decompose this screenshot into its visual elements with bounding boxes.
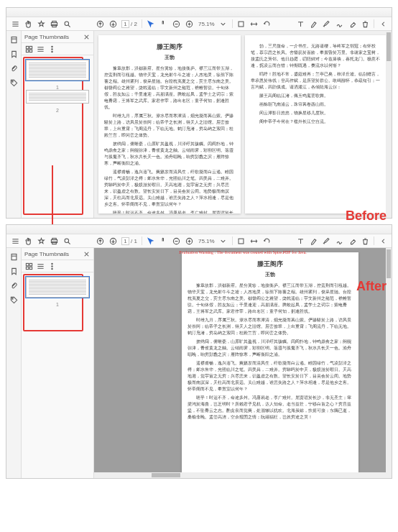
rotate-icon[interactable] [263, 237, 272, 245]
hand-icon[interactable] [24, 19, 32, 28]
svg-rect-11 [26, 46, 28, 48]
svg-rect-32 [29, 267, 32, 269]
attachments-tab-icon[interactable] [9, 64, 18, 73]
list-icon[interactable] [36, 45, 45, 53]
search-icon[interactable] [63, 237, 71, 245]
svg-rect-26 [239, 239, 244, 244]
doc-title: 滕王阁序 [104, 42, 235, 52]
svg-point-15 [51, 46, 52, 47]
window-titlebar [6, 8, 392, 17]
fit-page-icon[interactable] [237, 19, 246, 28]
thumbnail-1[interactable] [26, 60, 89, 81]
next-page-icon[interactable] [108, 19, 117, 28]
trash-icon[interactable] [361, 19, 369, 28]
text-tool-icon[interactable] [296, 19, 305, 28]
label-before: Before [346, 208, 387, 224]
vscroll[interactable] [386, 31, 392, 218]
zoom-level[interactable]: 75.1% [198, 21, 215, 27]
prev-page-icon[interactable] [96, 237, 104, 245]
zoom-out-icon[interactable] [172, 19, 181, 28]
zoom-out-icon[interactable] [172, 237, 181, 245]
highlight-icon[interactable] [309, 237, 318, 245]
page-total: / 2 [131, 21, 137, 27]
thumbnail-2[interactable] [26, 90, 89, 104]
sign-icon[interactable] [335, 237, 343, 245]
zoom-level[interactable]: 75.1% [198, 238, 215, 244]
pen-icon[interactable] [322, 237, 330, 245]
thumb-1-num: 1 [26, 302, 89, 307]
list-icon[interactable] [36, 262, 45, 270]
cursor-icon[interactable] [147, 237, 155, 245]
svg-rect-12 [29, 46, 32, 48]
bookmarks-tab-icon[interactable] [9, 50, 18, 58]
close-icon[interactable] [82, 32, 91, 41]
bookmarks-tab-icon[interactable] [9, 267, 18, 275]
thumbnails-panel: Page Thumbnails 1 [22, 248, 94, 478]
star-icon[interactable] [37, 237, 45, 245]
thumbnail-1[interactable] [26, 277, 89, 298]
print-icon[interactable] [50, 19, 58, 28]
doc-author: 王勃 [188, 271, 353, 279]
svg-rect-29 [26, 263, 28, 265]
fit-width-icon[interactable] [250, 19, 259, 28]
doc-author: 王勃 [104, 54, 235, 62]
erase-icon[interactable] [348, 19, 356, 28]
thumbnails-tab-icon[interactable] [9, 252, 18, 261]
more-icon[interactable] [379, 237, 387, 245]
sign-icon[interactable] [335, 19, 343, 28]
hand-icon[interactable] [24, 237, 32, 245]
thumbnails-tab-icon[interactable] [9, 35, 18, 44]
rotate-icon[interactable] [263, 19, 272, 28]
close-icon[interactable] [82, 249, 91, 258]
page-current[interactable]: 1 [121, 20, 129, 28]
menu-icon[interactable] [11, 237, 19, 245]
tags-tab-icon[interactable] [9, 295, 18, 304]
main-toolbar: 1 / 1 75.1% [6, 234, 392, 248]
label-after: After [356, 279, 387, 294]
options-icon[interactable] [47, 262, 56, 270]
svg-rect-27 [11, 254, 17, 260]
chevron-down-icon[interactable] [219, 237, 228, 245]
grid-icon[interactable] [24, 262, 33, 270]
hand-tool-icon[interactable] [159, 19, 168, 28]
hand-tool-icon[interactable] [159, 237, 168, 245]
trash-icon[interactable] [361, 237, 369, 245]
erase-icon[interactable] [348, 237, 356, 245]
vscroll[interactable] [386, 248, 392, 478]
highlight-icon[interactable] [309, 19, 318, 28]
cursor-icon[interactable] [147, 19, 155, 28]
page-2: 勃，三尺微命，一介书生。无路请缨，等终军之弱冠；有怀投笔，慕宗悫之长风。舍簪笏於… [245, 35, 387, 214]
chevron-down-icon[interactable] [219, 19, 228, 28]
fit-width-icon[interactable] [250, 237, 259, 245]
pen-icon[interactable] [322, 19, 330, 28]
page-current[interactable]: 1 [121, 237, 129, 245]
options-icon[interactable] [47, 45, 56, 53]
side-tabs [6, 31, 22, 218]
thumbnails-title: Page Thumbnails [24, 34, 69, 40]
svg-rect-31 [26, 267, 28, 269]
attachments-tab-icon[interactable] [9, 281, 18, 290]
document-area-before: 滕王阁序 王勃 豫章故郡，洪都新府。星分翼轸，地接衡庐。襟三江而带五湖，控蛮荆而… [94, 31, 392, 218]
text-tool-icon[interactable] [296, 237, 305, 245]
thumb-2-num: 2 [26, 108, 89, 113]
svg-rect-8 [239, 22, 244, 27]
thumbnails-title: Page Thumbnails [24, 251, 69, 257]
more-icon[interactable] [379, 19, 387, 28]
star-icon[interactable] [37, 19, 45, 28]
grid-icon[interactable] [24, 45, 33, 53]
menu-icon[interactable] [11, 19, 19, 28]
svg-point-21 [65, 239, 69, 243]
doc-title: 滕王阁序 [188, 260, 353, 270]
zoom-in-icon[interactable] [185, 19, 194, 28]
fit-page-icon[interactable] [237, 237, 246, 245]
hscroll[interactable] [94, 472, 392, 478]
tags-tab-icon[interactable] [9, 78, 18, 87]
pdf-viewer-after: 1 / 1 75.1% [6, 224, 392, 479]
next-page-icon[interactable] [108, 237, 117, 245]
svg-point-3 [65, 22, 69, 26]
search-icon[interactable] [63, 19, 71, 28]
svg-rect-9 [11, 37, 17, 42]
prev-page-icon[interactable] [96, 19, 104, 28]
zoom-in-icon[interactable] [185, 237, 194, 245]
print-icon[interactable] [50, 237, 58, 245]
